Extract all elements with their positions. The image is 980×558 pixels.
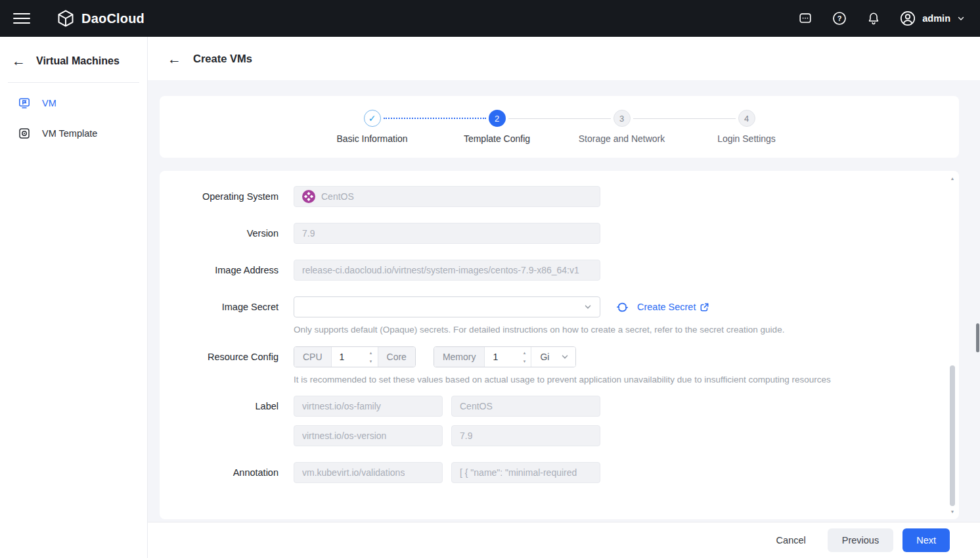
brand[interactable]: DaoCloud [56,9,145,28]
step-template-config[interactable]: 2 Template Config [489,110,506,151]
label-key-value: virtnest.io/os-version [302,430,386,441]
step-label: Template Config [464,133,530,144]
label-key-field: virtnest.io/os-version [294,425,443,446]
scrollbar-thumb[interactable] [950,365,955,506]
operating-system-label: Operating System [160,186,278,207]
version-field: 7.9 [294,223,600,244]
username-label: admin [922,13,950,24]
version-value: 7.9 [302,228,315,239]
cpu-decrement-icon[interactable]: ▾ [366,357,376,365]
messages-button[interactable] [797,10,814,27]
memory-unit-value: Gi [540,352,549,362]
main-area: ← Create VMs ✓ Basic Information 2 Templ… [147,37,980,558]
vm-icon [18,97,30,109]
image-secret-label: Image Secret [160,296,278,317]
image-address-value: release-ci.daocloud.io/virtnest/system-i… [302,265,579,275]
cpu-unit-label: Core [378,347,415,367]
scroll-up-icon[interactable]: ▲ [948,176,957,181]
label-value-field: CentOS [451,396,600,417]
image-secret-hint: Only supports default (Opaque) secrets. … [294,325,784,335]
form-scrollbar[interactable]: ▲ ▼ [948,174,957,517]
annotation-label: Annotation [160,462,278,483]
sidebar-item-vm[interactable]: VM [0,88,147,118]
operating-system-value: CentOS [321,191,354,202]
label-value-field: 7.9 [451,425,600,446]
sidebar-item-vm-template[interactable]: VM Template [0,118,147,149]
template-config-form: Operating System Cen [160,171,959,519]
sidebar-title: Virtual Machines [36,55,120,67]
cpu-input-group: CPU ▴ ▾ Core [294,346,416,367]
stepper-card: ✓ Basic Information 2 Template Config 3 … [160,96,959,158]
stepper: ✓ Basic Information 2 Template Config 3 … [160,110,959,151]
image-secret-select[interactable] [294,296,600,317]
step-storage-and-network[interactable]: 3 Storage and Network [613,110,631,151]
step-label: Storage and Network [579,133,665,144]
label-label: Label [160,396,278,417]
sidebar-item-vm-template-label: VM Template [42,128,97,139]
label-key-value: virtnest.io/os-family [302,401,381,411]
image-address-label: Image Address [160,260,278,281]
vm-template-icon [18,128,30,139]
step-connector [384,118,486,119]
label-key-field: virtnest.io/os-family [294,396,443,417]
chevron-down-icon [584,303,592,311]
daocloud-logo-icon [56,9,75,28]
image-address-field: release-ci.daocloud.io/virtnest/system-i… [294,260,600,281]
step-label: Basic Information [336,133,407,144]
memory-increment-icon[interactable]: ▴ [519,348,529,357]
centos-icon [302,190,315,203]
cpu-prefix: CPU [294,347,332,367]
wizard-footer: Cancel Previous Next [147,523,980,558]
user-menu[interactable]: admin [899,10,966,27]
sidebar-back-arrow-icon[interactable]: ← [12,54,26,68]
page-header: ← Create VMs [147,37,980,80]
resource-config-hint: It is recommended to set these values ba… [294,375,831,384]
memory-prefix: Memory [434,347,485,367]
help-button[interactable]: ? [831,10,848,27]
cancel-button[interactable]: Cancel [767,528,815,552]
avatar-icon [899,10,916,27]
page-title: Create VMs [193,53,252,65]
annotation-key-value: vm.kubevirt.io/validations [302,467,405,478]
annotation-value-field: [ { "name": "minimal-required [451,462,600,483]
sidebar-divider [8,82,139,83]
external-link-icon [700,302,709,312]
memory-unit-select[interactable]: Gi [531,347,575,367]
notifications-button[interactable] [865,10,882,27]
step-connector [508,118,611,119]
svg-text:?: ? [837,14,842,22]
annotation-value-value: [ { "name": "minimal-required [460,467,577,478]
sidebar-item-vm-label: VM [42,98,56,108]
memory-decrement-icon[interactable]: ▾ [519,357,529,365]
brand-name: DaoCloud [81,11,145,26]
create-secret-link[interactable]: Create Secret [637,302,709,312]
help-icon: ? [832,11,847,26]
step-basic-information[interactable]: ✓ Basic Information [364,110,381,151]
operating-system-field: CentOS [294,186,600,207]
label-value-value: 7.9 [460,430,472,441]
top-navbar: DaoCloud ? [0,0,980,37]
create-secret-label: Create Secret [637,302,696,312]
previous-button[interactable]: Previous [828,528,893,552]
chevron-down-icon [956,14,966,23]
menu-toggle-icon[interactable] [13,13,30,24]
page-scrollbar-thumb[interactable] [976,323,979,352]
scroll-down-icon[interactable]: ▼ [948,509,957,514]
cpu-increment-icon[interactable]: ▴ [366,348,376,357]
resource-config-label: Resource Config [160,346,278,367]
sidebar: ← Virtual Machines VM VM Template [0,37,147,558]
chat-icon [798,11,813,26]
check-icon: ✓ [368,113,376,124]
step-label: Login Settings [717,133,776,144]
next-button[interactable]: Next [902,528,950,552]
chevron-down-icon [561,353,569,361]
step-connector [633,118,736,119]
label-value-value: CentOS [460,401,493,411]
memory-input-group: Memory ▴ ▾ Gi [434,346,577,367]
refresh-secrets-button[interactable] [616,301,629,314]
annotation-key-field: vm.kubevirt.io/validations [294,462,443,483]
version-label: Version [160,223,278,244]
bell-icon [866,11,881,26]
page-back-arrow-icon[interactable]: ← [167,52,181,66]
step-login-settings[interactable]: 4 Login Settings [738,110,755,151]
